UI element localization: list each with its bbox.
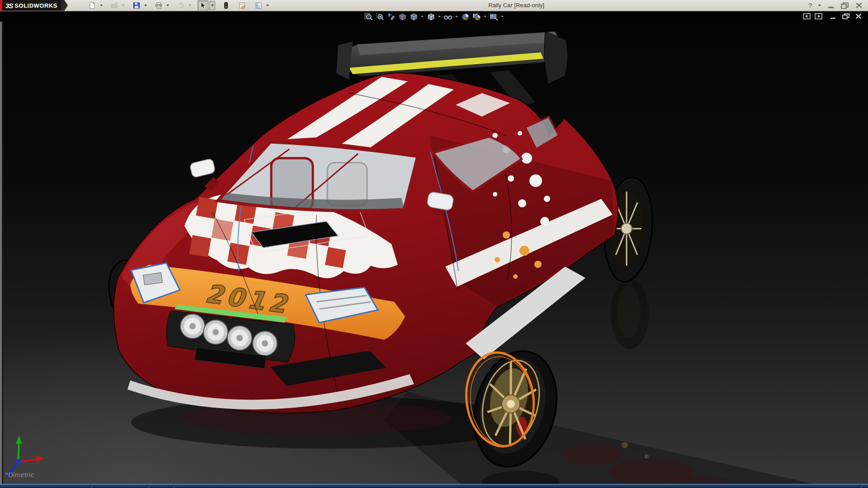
document-window-controls — [803, 13, 863, 19]
options-dropdown[interactable] — [265, 1, 270, 10]
main-toolbar — [87, 0, 270, 11]
restore-window-button[interactable] — [840, 2, 850, 9]
undo-button[interactable] — [175, 0, 186, 10]
view-orientation-dropdown[interactable] — [420, 12, 425, 21]
options-icon — [255, 2, 262, 9]
display-style-icon — [427, 13, 435, 21]
save-dropdown[interactable] — [143, 1, 148, 10]
new-document-icon — [89, 2, 96, 9]
view-settings-icon — [490, 13, 498, 21]
menu-flyout-arrow[interactable] — [61, 0, 68, 11]
edit-appearance-button[interactable] — [460, 12, 470, 21]
apply-scene-button[interactable] — [472, 12, 481, 21]
window-title: Rally Car [Read-only] — [488, 0, 544, 11]
options-button[interactable] — [253, 0, 264, 10]
undo-dropdown[interactable] — [187, 1, 192, 10]
windows-taskbar-edge[interactable] — [0, 484, 868, 488]
feature-manager-splitter[interactable] — [0, 22, 3, 488]
save-icon — [133, 2, 140, 9]
view-settings-button[interactable] — [489, 12, 499, 21]
taskbar-separator — [173, 484, 174, 488]
rebuild-button[interactable] — [221, 0, 231, 10]
previous-view-icon — [387, 13, 396, 21]
brand-red-bar — [0, 0, 2, 11]
solidworks-logo: 3S SOLIDWORKS — [0, 0, 61, 11]
section-view-button[interactable] — [397, 12, 407, 21]
undo-icon — [177, 2, 184, 9]
window-controls: ? — [808, 0, 863, 11]
previous-view-button[interactable] — [386, 12, 396, 21]
title-bar[interactable]: 3S SOLIDWORKS — [0, 0, 868, 11]
open-button[interactable] — [109, 0, 120, 10]
brand-mark: 3S — [5, 2, 13, 9]
select-button[interactable] — [198, 0, 208, 10]
edit-appearance-sphere-icon — [461, 13, 470, 21]
show-right-pane-button[interactable] — [815, 13, 822, 19]
apply-scene-icon — [472, 13, 481, 21]
zoom-to-fit-button[interactable] — [363, 12, 373, 21]
graphics-viewport[interactable]: 2012 — [0, 11, 868, 484]
file-properties-button[interactable] — [237, 0, 248, 10]
help-button[interactable]: ? — [808, 0, 812, 11]
section-view-icon — [398, 13, 407, 21]
rebuild-traffic-light-icon — [222, 2, 230, 9]
help-dropdown[interactable] — [817, 0, 822, 11]
open-dropdown[interactable] — [121, 1, 126, 10]
new-document-button[interactable] — [87, 0, 98, 10]
select-dropdown[interactable] — [209, 1, 215, 10]
print-button[interactable] — [153, 0, 164, 10]
close-document-button[interactable] — [854, 13, 863, 19]
print-dropdown[interactable] — [165, 1, 170, 10]
taskbar-separator — [90, 484, 91, 488]
print-icon — [155, 2, 162, 9]
view-orientation-button[interactable] — [409, 12, 419, 21]
taskbar-separator — [148, 484, 149, 488]
minimize-window-button[interactable] — [826, 2, 835, 9]
view-orientation-label: *Dimetric — [5, 471, 34, 479]
save-button[interactable] — [131, 0, 142, 10]
hide-show-items-glasses-icon — [443, 13, 453, 21]
hide-show-items-button[interactable] — [443, 12, 453, 21]
heads-up-view-toolbar — [363, 12, 505, 21]
restore-document-button[interactable] — [841, 13, 850, 19]
zoom-to-area-button[interactable] — [375, 12, 385, 21]
3d-scene[interactable]: 2012 — [0, 11, 868, 484]
hide-show-items-dropdown[interactable] — [454, 12, 459, 21]
taskbar-separator — [860, 484, 861, 488]
zoom-to-area-icon — [376, 13, 384, 21]
open-icon — [111, 2, 118, 9]
display-style-dropdown[interactable] — [437, 12, 442, 21]
close-window-button[interactable] — [854, 2, 863, 9]
zoom-to-fit-icon — [364, 13, 373, 21]
view-orientation-cube-icon — [410, 13, 418, 21]
new-document-dropdown[interactable] — [99, 1, 104, 10]
brand-name: SOLIDWORKS — [14, 2, 57, 9]
apply-scene-dropdown[interactable] — [483, 12, 487, 21]
minimize-document-button[interactable] — [829, 13, 837, 19]
display-style-button[interactable] — [426, 12, 436, 21]
file-properties-icon — [239, 2, 246, 9]
view-settings-dropdown[interactable] — [500, 12, 505, 21]
select-cursor-icon — [199, 2, 207, 9]
show-left-pane-button[interactable] — [803, 13, 811, 19]
